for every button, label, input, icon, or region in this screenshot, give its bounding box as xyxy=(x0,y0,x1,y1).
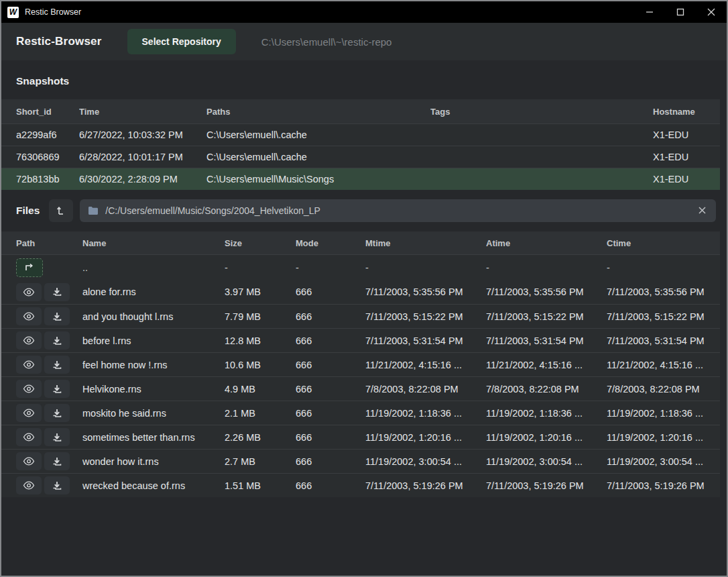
window-controls xyxy=(634,1,727,23)
file-ctime: 7/11/2003, 5:31:54 PM xyxy=(607,335,720,346)
file-name: feel home now !.rns xyxy=(82,360,225,370)
snapshot-row[interactable]: a2299af6 6/27/2022, 10:03:32 PM C:\Users… xyxy=(1,123,720,146)
file-size: 2.26 MB xyxy=(225,432,296,443)
clear-path-button[interactable] xyxy=(696,205,708,217)
view-file-button[interactable] xyxy=(16,404,42,422)
view-file-button[interactable] xyxy=(16,283,42,301)
download-icon xyxy=(52,457,62,466)
app-logo-icon: W xyxy=(7,7,19,18)
file-row[interactable]: moskito he said.rns 2.1 MB 666 11/19/200… xyxy=(1,401,720,425)
download-icon xyxy=(52,433,62,442)
file-name: and you thought l.rns xyxy=(82,311,225,322)
file-name: .. xyxy=(82,262,225,273)
file-mode: 666 xyxy=(296,311,365,322)
view-file-button[interactable] xyxy=(16,307,42,325)
download-file-button[interactable] xyxy=(44,476,70,494)
file-mode: 666 xyxy=(296,360,365,370)
file-atime: 7/11/2003, 5:19:26 PM xyxy=(486,480,607,491)
navigate-up-button[interactable] xyxy=(16,258,43,277)
file-mtime: 11/19/2002, 3:00:54 ... xyxy=(365,456,486,467)
view-file-button[interactable] xyxy=(16,428,42,446)
download-file-button[interactable] xyxy=(44,331,70,350)
empty-area xyxy=(1,497,727,576)
current-path-input[interactable]: /C:/Users/emuell/Music/Songs/2004_Helvet… xyxy=(105,205,690,216)
file-mtime: 7/11/2003, 5:15:22 PM xyxy=(365,311,486,322)
download-file-button[interactable] xyxy=(44,307,70,325)
column-header-name: Name xyxy=(82,238,225,248)
column-header-path: Path xyxy=(16,238,82,248)
view-file-button[interactable] xyxy=(16,331,42,350)
file-row[interactable]: Helvikone.rns 4.9 MB 666 7/8/2003, 8:22:… xyxy=(1,376,720,401)
file-row[interactable]: alone for.rns 3.97 MB 666 7/11/2003, 5:3… xyxy=(1,280,720,304)
file-mode: 666 xyxy=(296,432,365,443)
file-row[interactable]: and you thought l.rns 7.79 MB 666 7/11/2… xyxy=(1,304,720,328)
close-icon xyxy=(707,8,715,16)
download-file-button[interactable] xyxy=(44,404,70,422)
file-size: 4.9 MB xyxy=(225,384,296,395)
snapshot-paths: C:\Users\emuell\.cache xyxy=(206,129,430,140)
file-mtime: - xyxy=(365,262,486,273)
minimize-button[interactable] xyxy=(634,1,665,23)
window-title: Restic Browser xyxy=(25,7,81,17)
close-button[interactable] xyxy=(696,1,727,23)
file-size: 3.97 MB xyxy=(225,286,296,297)
file-name: moskito he said.rns xyxy=(82,408,225,419)
column-header-mtime: Mtime xyxy=(365,238,486,248)
file-atime: 7/11/2003, 5:15:22 PM xyxy=(486,311,607,322)
file-row[interactable]: wrecked because of.rns 1.51 MB 666 7/11/… xyxy=(1,473,720,497)
file-mtime: 11/19/2002, 1:18:36 ... xyxy=(365,408,486,419)
view-file-button[interactable] xyxy=(16,380,42,398)
eye-icon xyxy=(23,384,35,393)
file-size: 2.7 MB xyxy=(225,456,296,467)
download-file-button[interactable] xyxy=(44,380,70,398)
snapshot-time: 6/30/2022, 2:28:09 PM xyxy=(79,174,206,185)
column-header-time: Time xyxy=(79,107,206,117)
minimize-icon xyxy=(646,8,654,16)
file-row[interactable]: wonder how it.rns 2.7 MB 666 11/19/2002,… xyxy=(1,449,720,473)
file-size: 12.8 MB xyxy=(225,335,296,346)
maximize-button[interactable] xyxy=(665,1,696,23)
file-atime: 11/19/2002, 1:20:16 ... xyxy=(486,432,607,443)
download-file-button[interactable] xyxy=(44,356,70,374)
view-file-button[interactable] xyxy=(16,476,42,494)
file-mode: 666 xyxy=(296,480,365,491)
view-file-button[interactable] xyxy=(16,452,42,470)
download-icon xyxy=(52,336,62,346)
tree-mode-button[interactable] xyxy=(49,199,73,222)
eye-icon xyxy=(23,409,35,417)
snapshot-row-selected[interactable]: 72b813bb 6/30/2022, 2:28:09 PM C:\Users\… xyxy=(1,168,720,190)
column-header-short-id: Short_id xyxy=(16,107,79,117)
snapshot-paths: C:\Users\emuell\Music\Songs xyxy=(206,174,430,185)
download-file-button[interactable] xyxy=(44,283,70,301)
file-mtime: 7/11/2003, 5:35:56 PM xyxy=(365,286,486,297)
select-repository-button[interactable]: Select Repository xyxy=(127,29,236,54)
file-ctime: 11/21/2002, 4:15:16 ... xyxy=(607,360,720,370)
file-name: alone for.rns xyxy=(82,286,225,297)
snapshot-row[interactable]: 76306869 6/28/2022, 10:01:17 PM C:\Users… xyxy=(1,146,720,168)
view-file-button[interactable] xyxy=(16,356,42,374)
download-icon xyxy=(52,481,62,490)
eye-icon xyxy=(23,457,35,466)
files-bar: Files /C:/Users/emuell/Music/Songs/2004_… xyxy=(1,190,727,231)
column-header-paths: Paths xyxy=(206,107,430,117)
eye-icon xyxy=(23,360,35,369)
current-path-bar[interactable]: /C:/Users/emuell/Music/Songs/2004_Helvet… xyxy=(80,199,716,222)
app-header: Restic-Browser Select Repository C:\User… xyxy=(1,23,727,60)
column-header-tags: Tags xyxy=(430,107,653,117)
file-row[interactable]: before l.rns 12.8 MB 666 7/11/2003, 5:31… xyxy=(1,328,720,352)
folder-icon xyxy=(88,206,99,215)
download-file-button[interactable] xyxy=(44,428,70,446)
snapshots-heading: Snapshots xyxy=(1,60,727,99)
file-atime: 11/19/2002, 3:00:54 ... xyxy=(486,456,607,467)
snapshot-time: 6/28/2022, 10:01:17 PM xyxy=(79,152,206,162)
file-row[interactable]: sometimes better than.rns 2.26 MB 666 11… xyxy=(1,425,720,449)
file-ctime: 7/8/2003, 8:22:08 PM xyxy=(607,384,720,395)
eye-icon xyxy=(23,481,35,490)
parent-directory-row[interactable]: .. - - - - - xyxy=(1,254,720,280)
eye-icon xyxy=(23,312,35,321)
snapshot-short-id: 72b813bb xyxy=(16,174,79,185)
download-file-button[interactable] xyxy=(44,452,70,470)
file-row[interactable]: feel home now !.rns 10.6 MB 666 11/21/20… xyxy=(1,352,720,376)
file-atime: - xyxy=(486,262,607,273)
file-mtime: 11/19/2002, 1:20:16 ... xyxy=(365,432,486,443)
